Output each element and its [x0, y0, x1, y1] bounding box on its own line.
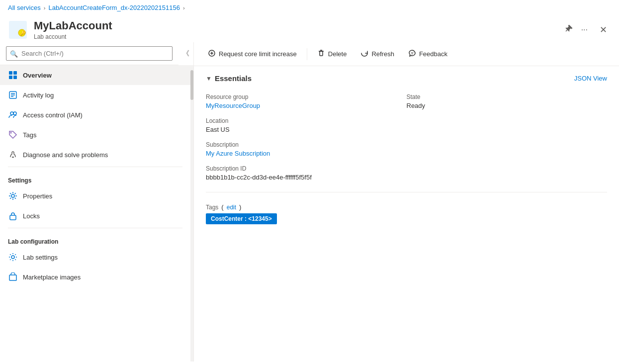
feedback-icon: [408, 49, 416, 59]
lab-config-divider: [8, 228, 182, 228]
subscription-id-field: Subscription ID bbbb1b1b-cc2c-dd3d-ee4e-…: [206, 162, 607, 186]
svg-rect-17: [10, 215, 16, 220]
properties-icon: [8, 191, 18, 201]
main-layout: 🔍 《 Ov: [0, 42, 619, 362]
sidebar-item-diagnose[interactable]: Diagnose and solve problems: [0, 145, 190, 165]
request-icon: [208, 49, 216, 59]
state-value: Ready: [407, 102, 608, 109]
activity-log-icon: [8, 90, 18, 100]
close-icon: ✕: [600, 25, 607, 35]
tags-label-paren-open: (: [221, 203, 223, 211]
ellipsis-icon: ···: [581, 25, 588, 34]
sidebar-item-activity-log[interactable]: Activity log: [0, 85, 190, 105]
diagnose-icon: [8, 150, 18, 160]
locks-icon: [8, 211, 18, 221]
header-text-group: MyLabAccount Lab account: [34, 19, 557, 40]
sidebar-scroll-thumb: [190, 70, 193, 100]
tags-icon: [8, 130, 18, 140]
search-input[interactable]: [6, 46, 173, 61]
svg-point-14: [10, 132, 12, 134]
svg-point-13: [13, 112, 16, 115]
subscription-id-label: Subscription ID: [206, 165, 607, 172]
sidebar-item-label: Properties: [23, 192, 52, 200]
toolbar: Request core limit increase Delete: [194, 42, 619, 66]
more-options-button[interactable]: ···: [579, 23, 590, 36]
sidebar-nav: Overview Activity log: [0, 65, 190, 362]
lab-settings-icon: [8, 252, 18, 262]
tags-edit-link[interactable]: edit: [227, 204, 236, 211]
resource-group-value[interactable]: MyResourceGroup: [206, 102, 260, 109]
state-field: State Ready: [407, 91, 608, 114]
essentials-title: ▼ Essentials: [206, 74, 252, 83]
sidebar-item-label: Marketplace images: [23, 273, 81, 281]
svg-rect-21: [320, 51, 323, 56]
sidebar-item-label: Overview: [23, 72, 52, 79]
collapse-icon: 《: [182, 49, 189, 57]
sidebar-scrollbar[interactable]: [190, 65, 193, 362]
breadcrumb-separator-1: ›: [44, 5, 46, 11]
refresh-button[interactable]: Refresh: [354, 46, 400, 62]
pin-button[interactable]: [563, 23, 575, 37]
location-value: East US: [206, 126, 407, 133]
delete-button[interactable]: Delete: [311, 46, 353, 62]
json-view-link[interactable]: JSON View: [574, 75, 607, 82]
essentials-grid: Resource group MyResourceGroup State Rea…: [206, 91, 607, 162]
subscription-label: Subscription: [206, 141, 407, 148]
resource-icon: 🧪 🔑: [8, 20, 28, 40]
sidebar-item-label: Tags: [23, 131, 36, 139]
header-action-group: ···: [563, 23, 590, 37]
chevron-down-icon: ▼: [206, 75, 212, 82]
sidebar-item-tags[interactable]: Tags: [0, 125, 190, 145]
svg-rect-5: [13, 71, 17, 75]
main-content: Request core limit increase Delete: [194, 42, 619, 362]
tags-label: Tags: [206, 204, 218, 211]
resource-group-label: Resource group: [206, 93, 407, 100]
sidebar-item-properties[interactable]: Properties: [0, 186, 190, 206]
svg-point-12: [10, 112, 13, 115]
access-control-icon: [8, 110, 18, 120]
sidebar-item-label: Access control (IAM): [23, 111, 83, 119]
sidebar-item-lab-settings[interactable]: Lab settings: [0, 247, 190, 267]
resource-group-field: Resource group MyResourceGroup: [206, 91, 407, 114]
location-label: Location: [206, 117, 407, 124]
essentials-divider: [206, 192, 607, 192]
feedback-button[interactable]: Feedback: [402, 46, 453, 62]
sidebar-item-access-control[interactable]: Access control (IAM): [0, 105, 190, 125]
tag-badge[interactable]: CostCenter : <12345>: [206, 213, 277, 224]
breadcrumb-separator-2: ›: [183, 5, 185, 11]
svg-rect-7: [13, 76, 17, 79]
sidebar-item-label: Locks: [23, 212, 40, 220]
subscription-id-value: bbbb1b1b-cc2c-dd3d-ee4e-ffffff5f5f5f: [206, 174, 607, 181]
svg-text:🔑: 🔑: [20, 30, 26, 36]
request-core-limit-button[interactable]: Request core limit increase: [202, 46, 303, 62]
sidebar: 🔍 《 Ov: [0, 42, 194, 362]
subscription-value[interactable]: My Azure Subscription: [206, 150, 270, 157]
refresh-icon: [360, 49, 368, 59]
feedback-label: Feedback: [419, 50, 447, 58]
sidebar-item-marketplace[interactable]: Marketplace images: [0, 267, 190, 287]
resource-subtitle: Lab account: [34, 33, 557, 40]
close-button[interactable]: ✕: [596, 22, 611, 37]
sidebar-item-overview[interactable]: Overview: [0, 65, 190, 85]
marketplace-icon: [8, 272, 18, 282]
sidebar-item-label: Activity log: [23, 91, 54, 99]
delete-icon: [317, 49, 325, 59]
delete-label: Delete: [328, 50, 347, 58]
subscription-right-spacer: [407, 138, 608, 162]
location-right-spacer: [407, 114, 608, 138]
tags-field: Tags ( edit ) CostCenter : <12345>: [206, 198, 607, 227]
breadcrumb-resource[interactable]: LabAccountCreateForm_dx-20220202151156: [48, 4, 180, 11]
refresh-label: Refresh: [371, 50, 394, 58]
breadcrumb-all-services[interactable]: All services: [8, 4, 41, 11]
collapse-sidebar-button[interactable]: 《: [178, 42, 193, 65]
svg-rect-0: [9, 21, 27, 39]
request-label: Request core limit increase: [219, 50, 297, 58]
sidebar-item-locks[interactable]: Locks: [0, 206, 190, 226]
svg-rect-19: [9, 275, 16, 280]
sidebar-item-label: Lab settings: [23, 254, 58, 261]
svg-rect-4: [9, 71, 12, 75]
toolbar-divider-1: [307, 48, 307, 60]
resource-title: MyLabAccount: [34, 19, 557, 32]
svg-point-18: [11, 256, 14, 259]
overview-icon: [8, 70, 18, 80]
